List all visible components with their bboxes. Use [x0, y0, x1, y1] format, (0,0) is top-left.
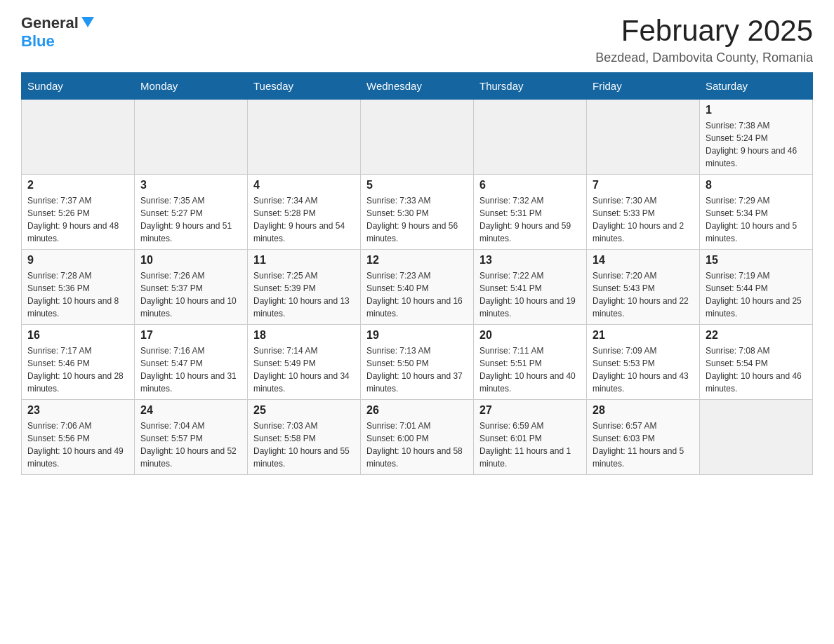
- calendar-cell: 1Sunrise: 7:38 AM Sunset: 5:24 PM Daylig…: [700, 100, 813, 175]
- calendar-cell: 6Sunrise: 7:32 AM Sunset: 5:31 PM Daylig…: [474, 175, 587, 250]
- calendar-cell: [248, 100, 361, 175]
- day-info: Sunrise: 7:09 AM Sunset: 5:53 PM Dayligh…: [593, 344, 694, 395]
- day-info: Sunrise: 7:20 AM Sunset: 5:43 PM Dayligh…: [593, 269, 694, 320]
- calendar-cell: 19Sunrise: 7:13 AM Sunset: 5:50 PM Dayli…: [361, 325, 474, 400]
- day-number: 1: [706, 104, 807, 116]
- calendar-week-row: 23Sunrise: 7:06 AM Sunset: 5:56 PM Dayli…: [22, 400, 813, 475]
- day-info: Sunrise: 7:26 AM Sunset: 5:37 PM Dayligh…: [140, 269, 241, 320]
- calendar-cell: [700, 400, 813, 475]
- day-info: Sunrise: 7:13 AM Sunset: 5:50 PM Dayligh…: [366, 344, 468, 395]
- calendar-week-row: 1Sunrise: 7:38 AM Sunset: 5:24 PM Daylig…: [22, 100, 813, 175]
- calendar-cell: 26Sunrise: 7:01 AM Sunset: 6:00 PM Dayli…: [361, 400, 474, 475]
- day-number: 8: [706, 179, 807, 192]
- calendar-cell: 11Sunrise: 7:25 AM Sunset: 5:39 PM Dayli…: [248, 250, 361, 325]
- calendar-cell: 14Sunrise: 7:20 AM Sunset: 5:43 PM Dayli…: [587, 250, 700, 325]
- day-info: Sunrise: 7:04 AM Sunset: 5:57 PM Dayligh…: [140, 420, 241, 470]
- calendar-cell: 15Sunrise: 7:19 AM Sunset: 5:44 PM Dayli…: [700, 250, 813, 325]
- day-info: Sunrise: 7:35 AM Sunset: 5:27 PM Dayligh…: [140, 194, 241, 245]
- title-section: February 2025 Bezdead, Dambovita County,…: [595, 14, 813, 65]
- day-number: 9: [27, 254, 128, 267]
- day-header-tuesday: Tuesday: [248, 73, 361, 100]
- logo-blue-text: Blue: [21, 32, 55, 51]
- calendar-cell: 8Sunrise: 7:29 AM Sunset: 5:34 PM Daylig…: [700, 175, 813, 250]
- day-number: 6: [479, 179, 581, 192]
- day-number: 16: [27, 329, 128, 342]
- day-info: Sunrise: 7:14 AM Sunset: 5:49 PM Dayligh…: [253, 344, 355, 395]
- day-number: 18: [253, 329, 355, 342]
- day-number: 2: [27, 179, 128, 192]
- day-number: 21: [593, 329, 694, 342]
- calendar-cell: 2Sunrise: 7:37 AM Sunset: 5:26 PM Daylig…: [22, 175, 135, 250]
- calendar-cell: [361, 100, 474, 175]
- day-header-friday: Friday: [587, 73, 700, 100]
- day-number: 28: [593, 404, 694, 417]
- calendar-cell: 25Sunrise: 7:03 AM Sunset: 5:58 PM Dayli…: [248, 400, 361, 475]
- day-number: 13: [479, 254, 581, 267]
- day-number: 3: [140, 179, 241, 192]
- calendar-cell: 17Sunrise: 7:16 AM Sunset: 5:47 PM Dayli…: [135, 325, 248, 400]
- calendar-cell: 10Sunrise: 7:26 AM Sunset: 5:37 PM Dayli…: [135, 250, 248, 325]
- calendar-cell: 9Sunrise: 7:28 AM Sunset: 5:36 PM Daylig…: [22, 250, 135, 325]
- calendar-table: SundayMondayTuesdayWednesdayThursdayFrid…: [21, 72, 813, 475]
- day-number: 23: [27, 404, 128, 417]
- day-info: Sunrise: 7:25 AM Sunset: 5:39 PM Dayligh…: [253, 269, 355, 320]
- day-number: 7: [593, 179, 694, 192]
- day-info: Sunrise: 7:28 AM Sunset: 5:36 PM Dayligh…: [27, 269, 128, 320]
- day-number: 5: [366, 179, 468, 192]
- day-number: 19: [366, 329, 468, 342]
- calendar-cell: 22Sunrise: 7:08 AM Sunset: 5:54 PM Dayli…: [700, 325, 813, 400]
- day-number: 10: [140, 254, 241, 267]
- day-header-monday: Monday: [135, 73, 248, 100]
- day-header-saturday: Saturday: [700, 73, 813, 100]
- day-info: Sunrise: 7:32 AM Sunset: 5:31 PM Dayligh…: [479, 194, 581, 245]
- day-number: 14: [593, 254, 694, 267]
- location-subtitle: Bezdead, Dambovita County, Romania: [595, 51, 813, 65]
- calendar-cell: 24Sunrise: 7:04 AM Sunset: 5:57 PM Dayli…: [135, 400, 248, 475]
- day-header-wednesday: Wednesday: [361, 73, 474, 100]
- calendar-cell: 12Sunrise: 7:23 AM Sunset: 5:40 PM Dayli…: [361, 250, 474, 325]
- day-info: Sunrise: 7:01 AM Sunset: 6:00 PM Dayligh…: [366, 420, 468, 470]
- calendar-cell: 28Sunrise: 6:57 AM Sunset: 6:03 PM Dayli…: [587, 400, 700, 475]
- day-info: Sunrise: 7:06 AM Sunset: 5:56 PM Dayligh…: [27, 420, 128, 470]
- calendar-cell: [587, 100, 700, 175]
- day-info: Sunrise: 7:03 AM Sunset: 5:58 PM Dayligh…: [253, 420, 355, 470]
- calendar-cell: [474, 100, 587, 175]
- calendar-week-row: 9Sunrise: 7:28 AM Sunset: 5:36 PM Daylig…: [22, 250, 813, 325]
- calendar-cell: 3Sunrise: 7:35 AM Sunset: 5:27 PM Daylig…: [135, 175, 248, 250]
- day-number: 27: [479, 404, 581, 417]
- day-info: Sunrise: 7:23 AM Sunset: 5:40 PM Dayligh…: [366, 269, 468, 320]
- month-title: February 2025: [595, 14, 813, 48]
- calendar-cell: 23Sunrise: 7:06 AM Sunset: 5:56 PM Dayli…: [22, 400, 135, 475]
- day-header-thursday: Thursday: [474, 73, 587, 100]
- day-info: Sunrise: 6:57 AM Sunset: 6:03 PM Dayligh…: [593, 420, 694, 470]
- day-info: Sunrise: 7:30 AM Sunset: 5:33 PM Dayligh…: [593, 194, 694, 245]
- day-info: Sunrise: 7:34 AM Sunset: 5:28 PM Dayligh…: [253, 194, 355, 245]
- calendar-header-row: SundayMondayTuesdayWednesdayThursdayFrid…: [22, 73, 813, 100]
- calendar-cell: 13Sunrise: 7:22 AM Sunset: 5:41 PM Dayli…: [474, 250, 587, 325]
- day-info: Sunrise: 7:17 AM Sunset: 5:46 PM Dayligh…: [27, 344, 128, 395]
- calendar-week-row: 16Sunrise: 7:17 AM Sunset: 5:46 PM Dayli…: [22, 325, 813, 400]
- day-number: 15: [706, 254, 807, 267]
- day-number: 17: [140, 329, 241, 342]
- day-info: Sunrise: 7:33 AM Sunset: 5:30 PM Dayligh…: [366, 194, 468, 245]
- day-info: Sunrise: 7:29 AM Sunset: 5:34 PM Dayligh…: [706, 194, 807, 245]
- day-info: Sunrise: 7:22 AM Sunset: 5:41 PM Dayligh…: [479, 269, 581, 320]
- calendar-cell: 7Sunrise: 7:30 AM Sunset: 5:33 PM Daylig…: [587, 175, 700, 250]
- day-info: Sunrise: 7:19 AM Sunset: 5:44 PM Dayligh…: [706, 269, 807, 320]
- calendar-cell: 20Sunrise: 7:11 AM Sunset: 5:51 PM Dayli…: [474, 325, 587, 400]
- calendar-cell: [135, 100, 248, 175]
- day-number: 25: [253, 404, 355, 417]
- calendar-cell: 27Sunrise: 6:59 AM Sunset: 6:01 PM Dayli…: [474, 400, 587, 475]
- logo-triangle-icon: [81, 17, 94, 27]
- calendar-cell: [22, 100, 135, 175]
- day-header-sunday: Sunday: [22, 73, 135, 100]
- logo-general-text: General: [21, 14, 79, 32]
- day-number: 24: [140, 404, 241, 417]
- day-info: Sunrise: 7:16 AM Sunset: 5:47 PM Dayligh…: [140, 344, 241, 395]
- calendar-cell: 4Sunrise: 7:34 AM Sunset: 5:28 PM Daylig…: [248, 175, 361, 250]
- day-info: Sunrise: 7:08 AM Sunset: 5:54 PM Dayligh…: [706, 344, 807, 395]
- calendar-cell: 18Sunrise: 7:14 AM Sunset: 5:49 PM Dayli…: [248, 325, 361, 400]
- logo: General Blue: [21, 14, 94, 51]
- day-number: 11: [253, 254, 355, 267]
- calendar-cell: 5Sunrise: 7:33 AM Sunset: 5:30 PM Daylig…: [361, 175, 474, 250]
